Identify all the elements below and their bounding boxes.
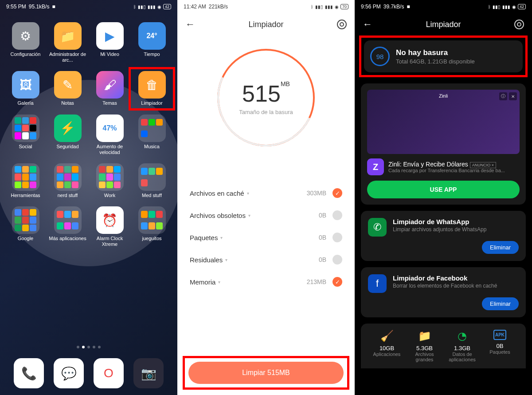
trash-size-value: 515 — [242, 81, 281, 107]
category-list: Archivos en caché303MBArchivos obsoletos… — [177, 155, 355, 293]
app-nerd-stuff[interactable]: nerd stuff — [48, 163, 87, 198]
category-size: 0B — [319, 212, 326, 219]
ad-badge[interactable]: ANUNCIO × — [470, 162, 496, 168]
app-aumento-de-velocidad[interactable]: 47%Aumento de velocidad — [90, 115, 129, 155]
app-notas[interactable]: ✎Notas — [48, 71, 87, 106]
app-galer-a[interactable]: 🖼Galería — [6, 71, 45, 106]
ad-card[interactable]: ⓘ✕ Zinli Z Zinli: Envía y Recibe Dólares… — [361, 83, 526, 205]
dock-opera[interactable]: O — [94, 358, 124, 388]
app-jueguitos[interactable]: jueguitos — [133, 206, 171, 247]
settings-icon[interactable] — [514, 20, 524, 29]
category-size: 303MB — [307, 190, 326, 197]
wifi-icon: ◉ — [512, 4, 516, 9]
ad-info-icon[interactable]: ⓘ — [499, 92, 507, 100]
page-indicator — [0, 346, 177, 348]
score-badge: 98 — [370, 47, 390, 66]
category-row[interactable]: Paquetes0B — [190, 226, 342, 249]
category-row[interactable]: Residuales0B — [190, 249, 342, 271]
category-checkbox[interactable] — [332, 210, 342, 220]
app-icon: 📁 — [54, 22, 82, 50]
ad-cta-button[interactable]: USE APP — [367, 181, 520, 198]
status-bar: 11:42 AM 221kB/s ᛒ ▮▮▯ ▮▮▮ ◉ 70 — [177, 0, 355, 13]
home-screen: 9:55 PM 95.1kB/s ■ ᛒ ▮▮▯ ▮▮▮ ◉ 42 ⚙Confi… — [0, 0, 177, 395]
app-work[interactable]: Work — [90, 163, 129, 198]
app-alarm-clock-xtreme[interactable]: ⏰Alarm Clock Xtreme — [90, 206, 129, 247]
app-med-stuff[interactable]: Med stuff — [133, 163, 171, 198]
back-icon[interactable]: ← — [363, 19, 372, 30]
fb-icon: f — [368, 274, 387, 293]
tool-title: Limpiador de WhatsApp — [393, 218, 519, 225]
tool-card-fb[interactable]: fLimpiador de FacebookBorrar los element… — [361, 267, 526, 317]
back-icon[interactable]: ← — [185, 19, 195, 30]
status-time: 11:42 AM — [184, 4, 206, 10]
app-tiempo[interactable]: 24°Tiempo — [133, 22, 171, 63]
app-label: Aumento de velocidad — [90, 144, 129, 155]
signal-icon: ▮▮▮ — [325, 4, 333, 9]
stat-item[interactable]: 📁5.3GBArchivos grandes — [407, 330, 442, 362]
app-icon: 🗑 — [138, 71, 166, 99]
category-row[interactable]: Archivos obsoletos0B — [190, 204, 342, 226]
stat-size: 5.3GB — [407, 345, 442, 352]
stat-item[interactable]: 🧹10GBAplicaciones — [370, 330, 404, 362]
app-administrador-de-arc-[interactable]: 📁Administrador de arc... — [48, 22, 87, 63]
folder-icon — [138, 163, 166, 191]
stat-item[interactable]: ◔1.3GBDatos de aplicaciones — [445, 330, 479, 362]
tool-card-wa[interactable]: ✆Limpiador de WhatsAppLimpiar archivos a… — [361, 211, 526, 261]
wa-icon: ✆ — [368, 218, 387, 237]
status-bar: 9:56 PM 39.7kB/s ■ ᛒ ▮▮▯ ▮▮▮ ◉ 42 — [355, 0, 532, 13]
app-icon: 🖼 — [12, 71, 39, 99]
result-card[interactable]: 98 No hay basura Total 64GB, 1.21GB disp… — [364, 40, 523, 72]
category-checkbox[interactable] — [332, 188, 342, 198]
app-seguridad[interactable]: ⚡Seguridad — [48, 115, 87, 155]
category-row[interactable]: Archivos en caché303MB — [190, 182, 342, 204]
app-label: Work — [104, 193, 115, 198]
app-temas[interactable]: 🖌Temas — [90, 71, 129, 106]
category-row[interactable]: Memoria213MB — [190, 271, 342, 293]
category-checkbox[interactable] — [332, 255, 342, 265]
stat-icon: APK — [493, 330, 506, 340]
tool-title: Limpiador de Facebook — [393, 274, 519, 282]
folder-icon — [138, 206, 166, 234]
ad-close-icon[interactable]: ✕ — [509, 92, 517, 100]
stat-item[interactable]: APK0BPaquetes — [483, 330, 517, 362]
clean-button[interactable]: Limpiar 515MB — [188, 362, 344, 384]
app-musica[interactable]: Musica — [133, 115, 171, 155]
app-mi-video[interactable]: ▶Mi Video — [90, 22, 129, 63]
dock-phone[interactable]: 📞 — [14, 358, 44, 388]
stat-icon: 📁 — [407, 330, 442, 342]
app-google[interactable]: Google — [6, 206, 45, 247]
category-name: Memoria — [190, 278, 220, 286]
app-label: Limpiador — [141, 100, 162, 106]
app-label: Alarm Clock Xtreme — [90, 236, 129, 247]
apps-grid[interactable]: ⚙Configuración📁Administrador de arc...▶M… — [0, 13, 177, 257]
settings-icon[interactable] — [337, 20, 347, 29]
category-checkbox[interactable] — [332, 233, 342, 242]
stat-size: 10GB — [370, 345, 404, 352]
trash-size-unit: MB — [281, 80, 290, 87]
category-name: Paquetes — [190, 234, 223, 241]
highlight-result: 98 No hay basura Total 64GB, 1.21GB disp… — [359, 36, 528, 77]
app-label: nerd stuff — [58, 193, 78, 198]
highlight-clean-button: Limpiar 515MB — [183, 356, 349, 390]
category-checkbox[interactable] — [332, 277, 342, 287]
bluetooth-icon: ᛒ — [488, 4, 491, 9]
app-herramientas[interactable]: Herramientas — [6, 163, 45, 198]
result-subtitle: Total 64GB, 1.21GB disponible — [396, 58, 475, 65]
battery-icon: 70 — [340, 4, 348, 9]
dock-messages[interactable]: 💬 — [54, 358, 84, 388]
delete-button[interactable]: Eliminar — [482, 241, 519, 254]
camera-indicator-icon: ■ — [52, 4, 55, 10]
app-m-s-aplicaciones[interactable]: Más aplicaciones — [48, 206, 87, 247]
app-limpiador[interactable]: 🗑Limpiador — [129, 67, 175, 110]
app-icon: ⚡ — [54, 115, 82, 142]
status-time: 9:55 PM — [6, 4, 26, 10]
delete-button[interactable]: Eliminar — [482, 297, 519, 310]
signal-icon: ▮▮▮ — [148, 4, 156, 9]
stat-label: Archivos grandes — [407, 352, 442, 362]
result-title: No hay basura — [396, 48, 475, 57]
category-size: 0B — [319, 256, 326, 263]
folder-icon — [54, 163, 82, 191]
dock-camera[interactable]: 📷 — [133, 358, 164, 388]
app-configuraci-n[interactable]: ⚙Configuración — [6, 22, 45, 63]
app-social[interactable]: Social — [6, 115, 45, 155]
